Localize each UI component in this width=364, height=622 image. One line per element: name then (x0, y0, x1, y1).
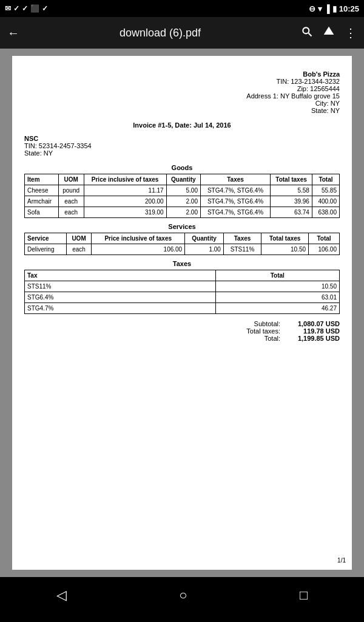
services-table-header-row: Service UOM Price inclusive of taxes Qua… (25, 233, 340, 244)
signal-icon: ▐ (325, 4, 330, 13)
nav-back-button[interactable]: ◁ (56, 587, 67, 603)
taxes-table-header-row: Tax Total (25, 270, 340, 281)
service-name: Delivering (25, 244, 67, 255)
goods-table-row: Sofa each 319.00 2.00 STG4.7%, STG6.4% 6… (25, 207, 340, 218)
total-taxes-line: Total taxes: 119.78 USD (24, 327, 340, 335)
goods-col-uom: UOM (58, 174, 84, 185)
services-col-uom: UOM (66, 233, 92, 244)
taxes-table-row: STS11% 10.50 (25, 281, 340, 292)
goods-price: 11.17 (84, 185, 166, 196)
image-icon: ⬛ (30, 4, 39, 13)
business-tin: TIN: 123-21344-3232 (24, 78, 340, 85)
search-button[interactable] (301, 26, 313, 41)
tax-total: 46.27 (215, 303, 339, 314)
service-uom: each (66, 244, 92, 255)
wifi-icon: ▾ (318, 4, 322, 13)
business-state: State: NY (24, 107, 340, 114)
goods-total: 55.85 (312, 185, 339, 196)
invoice-header: Invoice #1-5, Date: Jul 14, 2016 (24, 121, 340, 129)
check-icon-3: ✓ (42, 4, 48, 13)
minus-circle-icon: ⊖ (309, 4, 315, 13)
total-taxes-value: 119.78 USD (285, 327, 340, 335)
goods-col-qty: Quantity (166, 174, 200, 185)
goods-taxes: STG4.7%, STG6.4% (200, 185, 270, 196)
goods-uom: pound (58, 185, 84, 196)
taxes-col-total: Total (215, 270, 339, 281)
subtotal-value: 1,080.07 USD (285, 320, 340, 327)
taxes-heading: Taxes (24, 260, 340, 267)
goods-col-item: Item (25, 174, 59, 185)
svg-marker-2 (324, 26, 334, 34)
business-address: Address 1: NY Buffalo grove 15 (24, 92, 340, 100)
taxes-table: Tax Total STS11% 10.50 STG6.4% 63.01 STG… (24, 270, 340, 314)
goods-total-taxes: 5.58 (271, 185, 312, 196)
goods-taxes: STG4.7%, STG6.4% (200, 196, 270, 207)
goods-total: 400.00 (312, 196, 339, 207)
mail-icon: ✉ (5, 4, 11, 13)
app-bar: ← download (6).pdf ⋮ (0, 17, 364, 49)
business-city: City: NY (24, 100, 340, 107)
customer-name: NSC (24, 135, 340, 142)
services-col-total: Total (309, 233, 340, 244)
status-left-icons: ✉ ✓ ✓ ⬛ ✓ (5, 4, 48, 13)
grand-total-line: Total: 1,199.85 USD (24, 335, 340, 342)
svg-point-0 (303, 27, 309, 33)
goods-item: Cheese (25, 185, 59, 196)
business-info: Bob's Pizza TIN: 123-21344-3232 Zip: 125… (24, 70, 340, 114)
goods-item: Sofa (25, 207, 59, 218)
tax-name: STS11% (25, 281, 216, 292)
goods-table-row: Armchair each 200.00 2.00 STG4.7%, STG6.… (25, 196, 340, 207)
goods-price: 200.00 (84, 196, 166, 207)
nav-recents-button[interactable]: □ (300, 587, 308, 603)
goods-total: 638.00 (312, 207, 339, 218)
tax-total: 63.01 (215, 292, 339, 303)
service-qty: 1.00 (185, 244, 224, 255)
goods-qty: 2.00 (166, 196, 200, 207)
check-icon-1: ✓ (13, 4, 19, 13)
services-table: Service UOM Price inclusive of taxes Qua… (24, 233, 340, 255)
service-taxes: STS11% (223, 244, 261, 255)
bottom-nav: ◁ ○ □ (0, 577, 364, 613)
back-button[interactable]: ← (7, 26, 19, 40)
drive-button[interactable] (323, 26, 335, 41)
goods-col-taxes: Taxes (200, 174, 270, 185)
app-bar-actions: ⋮ (301, 26, 357, 41)
goods-col-total: Total (312, 174, 339, 185)
goods-heading: Goods (24, 164, 340, 171)
customer-state: State: NY (24, 149, 340, 157)
customer-tin: TIN: 52314-2457-3354 (24, 142, 340, 149)
goods-qty: 5.00 (166, 185, 200, 196)
grand-total-label: Total: (265, 335, 280, 342)
page-number: 1/1 (337, 557, 346, 564)
services-col-price: Price inclusive of taxes (92, 233, 185, 244)
taxes-table-row: STG4.7% 46.27 (25, 303, 340, 314)
service-total-taxes: 10.50 (261, 244, 309, 255)
goods-total-taxes: 39.96 (271, 196, 312, 207)
goods-taxes: STG4.7%, STG6.4% (200, 207, 270, 218)
subtotal-label: Subtotal: (254, 320, 280, 327)
tax-name: STG4.7% (25, 303, 216, 314)
goods-total-taxes: 63.74 (271, 207, 312, 218)
svg-line-1 (309, 33, 312, 36)
business-zip: Zip: 12565444 (24, 85, 340, 92)
business-name: Bob's Pizza (24, 70, 340, 78)
services-col-qty: Quantity (185, 233, 224, 244)
pdf-page: Bob's Pizza TIN: 123-21344-3232 Zip: 125… (12, 56, 352, 570)
nav-home-button[interactable]: ○ (179, 587, 187, 603)
more-button[interactable]: ⋮ (345, 26, 357, 40)
goods-item: Armchair (25, 196, 59, 207)
status-right-icons: ⊖ ▾ ▐ ▮ 10:25 (309, 4, 359, 13)
goods-price: 319.00 (84, 207, 166, 218)
check-icon-2: ✓ (22, 4, 28, 13)
services-heading: Services (24, 223, 340, 230)
goods-uom: each (58, 207, 84, 218)
total-taxes-label: Total taxes: (246, 327, 280, 335)
goods-uom: each (58, 196, 84, 207)
tax-total: 10.50 (215, 281, 339, 292)
status-bar: ✉ ✓ ✓ ⬛ ✓ ⊖ ▾ ▐ ▮ 10:25 (0, 0, 364, 17)
grand-total-value: 1,199.85 USD (285, 335, 340, 342)
time-display: 10:25 (339, 4, 359, 13)
service-price: 106.00 (92, 244, 185, 255)
summary-section: Subtotal: 1,080.07 USD Total taxes: 119.… (24, 320, 340, 342)
goods-table: Item UOM Price inclusive of taxes Quanti… (24, 174, 340, 218)
